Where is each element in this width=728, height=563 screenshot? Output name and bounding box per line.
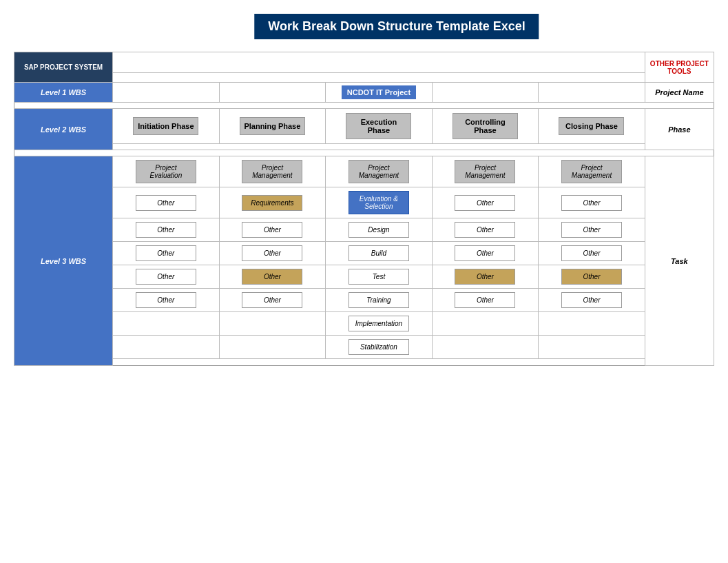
task-col3-1: Project Management [326,156,433,187]
task-col3-4: Build [326,242,433,265]
task-col1-2: Other [113,187,220,218]
task-col4-4: Other [432,242,539,265]
phase-controlling: Controlling Phase [432,109,539,144]
task-col2-2: Requirements [219,187,326,218]
level3-row1: Level 3 WBS Project Evaluation Project M… [14,156,714,187]
task-col4-8 [432,336,539,359]
spacer-1 [14,103,714,109]
task-col3-8: Stabilization [326,336,433,359]
spacer-2 [14,150,714,156]
phase-closing: Closing Phase [539,109,645,144]
level3-label: Level 3 WBS [14,156,113,366]
task-col1-7 [113,312,220,336]
task-col2-4: Other [219,242,326,265]
level1-col5 [539,83,645,103]
task-col4-1: Project Management [432,156,539,187]
task-col4-7 [432,312,539,336]
phase-label: Phase [645,109,714,150]
task-col1-6: Other [113,289,220,312]
other-tools-label: OTHER PROJECT TOOLS [645,52,714,83]
task-col5-5: Other [539,265,645,289]
task-col5-6: Other [539,289,645,312]
header-row-1: SAP PROJECT SYSTEM OTHER PROJECT TOOLS [14,52,714,73]
level1-col4 [432,83,539,103]
task-col2-8 [219,336,326,359]
level2-label: Level 2 WBS [14,109,113,150]
level2-row: Level 2 WBS Initiation Phase Planning Ph… [14,109,714,144]
task-col2-6: Other [219,289,326,312]
task-col5-2: Other [539,187,645,218]
level1-col1 [113,83,220,103]
task-col1-3: Other [113,218,220,242]
task-col2-7 [219,312,326,336]
level3-row8: Stabilization [14,336,714,359]
empty-row2 [113,73,645,83]
task-col4-2: Other [432,187,539,218]
task-col2-5: Other [219,265,326,289]
phase-planning: Planning Phase [219,109,326,144]
header-row-2 [14,73,714,83]
task-col4-6: Other [432,289,539,312]
level2-spacer [14,144,714,150]
task-col5-3: Other [539,218,645,242]
task-col5-8 [539,336,645,359]
task-col3-3: Design [326,218,433,242]
task-col2-1: Project Management [219,156,326,187]
task-col1-4: Other [113,242,220,265]
level3-row6: Other Other Training Other Other [14,289,714,312]
level3-row9 [14,359,714,366]
level3-row7: Implementation [14,312,714,336]
task-col5-7 [539,312,645,336]
level3-row2: Other Requirements Evaluation & Selectio… [14,187,714,218]
phase-execution: Execution Phase [326,109,433,144]
level1-label: Level 1 WBS [14,83,113,103]
wbs-table: SAP PROJECT SYSTEM OTHER PROJECT TOOLS L… [14,52,714,366]
task-col5-1: Project Management [539,156,645,187]
sap-label: SAP PROJECT SYSTEM [14,52,113,83]
level3-row5: Other Other Test Other Other [14,265,714,289]
page-wrapper: Work Break Down Structure Template Excel… [14,14,714,366]
task-col5-4: Other [539,242,645,265]
task-col1-8 [113,336,220,359]
level3-row4: Other Other Build Other Other [14,242,714,265]
task-col4-5: Other [432,265,539,289]
task-col3-7: Implementation [326,312,433,336]
empty-top [113,52,645,73]
page-title: Work Break Down Structure Template Excel [254,14,539,39]
level3-row3: Other Other Design Other Other [14,218,714,242]
task-col1-5: Other [113,265,220,289]
task-col1-1: Project Evaluation [113,156,220,187]
level1-col2 [219,83,326,103]
phase-initiation: Initiation Phase [113,109,220,144]
task-col2-3: Other [219,218,326,242]
task-col4-3: Other [432,218,539,242]
level1-ncdot: NCDOT IT Project [326,83,433,103]
task-col3-2: Evaluation & Selection [326,187,433,218]
task-col3-5: Test [326,265,433,289]
task-label: Task [645,156,714,366]
task-col3-6: Training [326,289,433,312]
project-name-label: Project Name [645,83,714,103]
level1-row: Level 1 WBS NCDOT IT Project Project Nam… [14,83,714,103]
ncdot-box: NCDOT IT Project [342,85,416,99]
